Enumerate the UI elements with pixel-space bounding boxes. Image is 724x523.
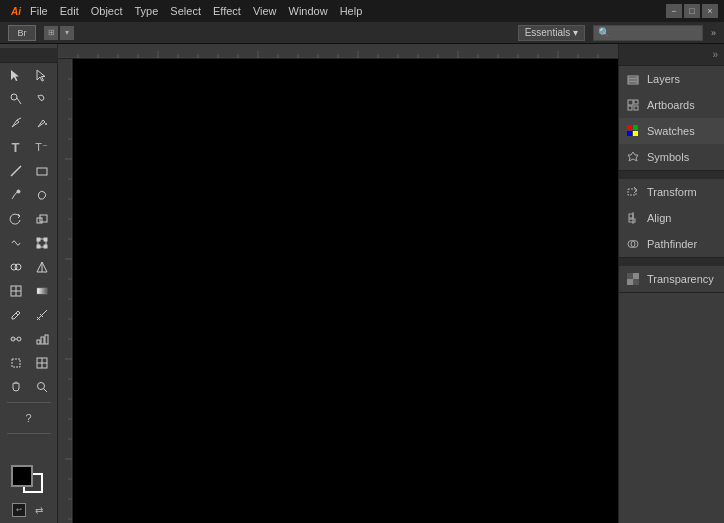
rectangle-tool[interactable] [29, 160, 55, 182]
transform-label: Transform [647, 186, 718, 198]
menu-window[interactable]: Window [289, 5, 328, 17]
svg-rect-98 [634, 100, 638, 104]
align-label: Align [647, 212, 718, 224]
svg-point-29 [11, 337, 15, 341]
tool-row-5 [1, 160, 57, 182]
symbols-icon [625, 149, 641, 165]
line-tool[interactable] [3, 160, 29, 182]
menu-effect[interactable]: Effect [213, 5, 241, 17]
panel-group-divider-2 [619, 258, 724, 266]
selection-tool[interactable] [3, 64, 29, 86]
help-tool[interactable]: ? [16, 407, 42, 429]
tool-row-14 [1, 376, 57, 398]
svg-rect-99 [628, 106, 632, 110]
svg-rect-35 [12, 359, 20, 367]
svg-line-2 [17, 98, 21, 104]
type-tool[interactable]: T [3, 136, 29, 158]
menu-type[interactable]: Type [135, 5, 159, 17]
paintbrush-tool[interactable] [3, 184, 29, 206]
br-button[interactable]: Br [8, 25, 36, 41]
title-bar: Ai File Edit Object Type Select Effect V… [0, 0, 724, 22]
tool-row-6 [1, 184, 57, 206]
menu-view[interactable]: View [253, 5, 277, 17]
minimize-button[interactable]: − [666, 4, 682, 18]
menu-file[interactable]: File [30, 5, 48, 17]
right-panel: » Layers Artboards [618, 44, 724, 523]
transparency-label: Transparency [647, 273, 718, 285]
svg-line-4 [17, 118, 21, 120]
perspective-grid-tool[interactable] [29, 256, 55, 278]
default-colors-icon[interactable]: ↩ [12, 503, 26, 517]
pathfinder-panel-header[interactable]: Pathfinder [619, 231, 724, 257]
column-graph-tool[interactable] [29, 328, 55, 350]
search-input[interactable]: 🔍 [593, 25, 703, 41]
color-swatches: ↩ ⇄ [6, 465, 52, 523]
pen-tool[interactable] [3, 112, 29, 134]
svg-rect-104 [633, 131, 638, 136]
svg-marker-105 [628, 152, 638, 161]
magic-wand-tool[interactable] [3, 88, 29, 110]
warp-tool[interactable] [3, 232, 29, 254]
direct-selection-tool[interactable] [29, 64, 55, 86]
svg-rect-14 [44, 238, 47, 241]
hand-tool[interactable] [3, 376, 29, 398]
layers-label: Layers [647, 73, 718, 85]
svg-rect-108 [629, 214, 633, 218]
add-anchor-tool[interactable] [29, 112, 55, 134]
artboard-tool[interactable] [3, 352, 29, 374]
swatches-panel-header[interactable]: Swatches [619, 118, 724, 144]
zoom-tool[interactable] [29, 376, 55, 398]
transparency-icon [625, 271, 641, 287]
symbols-label: Symbols [647, 151, 718, 163]
align-panel-header[interactable]: Align [619, 205, 724, 231]
tool-row-12 [1, 328, 57, 350]
title-bar-controls: − □ × [666, 4, 718, 18]
svg-rect-112 [627, 273, 633, 279]
tool-row-4: T T⁻ [1, 136, 57, 158]
menu-edit[interactable]: Edit [60, 5, 79, 17]
close-button[interactable]: × [702, 4, 718, 18]
artboards-icon [625, 97, 641, 113]
blob-brush-tool[interactable] [29, 184, 55, 206]
free-transform-tool[interactable] [29, 232, 55, 254]
panel-section-group1: Layers Artboards [619, 66, 724, 171]
menu-help[interactable]: Help [340, 5, 363, 17]
artboard-canvas[interactable] [73, 59, 618, 523]
collapse-panels-icon[interactable]: » [712, 49, 718, 60]
area-type-tool[interactable]: T⁻ [29, 136, 55, 158]
eyedropper-tool[interactable] [3, 304, 29, 326]
svg-rect-109 [629, 219, 635, 222]
fill-color-swatch[interactable] [11, 465, 33, 487]
svg-rect-95 [628, 79, 638, 81]
transform-panel-header[interactable]: Transform [619, 179, 724, 205]
menu-object[interactable]: Object [91, 5, 123, 17]
toolbar-ruler-corner [0, 48, 58, 63]
swap-colors-icon[interactable]: ⇄ [32, 503, 46, 517]
mesh-tool[interactable] [3, 280, 29, 302]
artboards-panel-header[interactable]: Artboards [619, 92, 724, 118]
svg-rect-97 [628, 100, 633, 105]
restore-button[interactable]: □ [684, 4, 700, 18]
essentials-dropdown[interactable]: Essentials ▾ [518, 25, 585, 41]
slice-tool[interactable] [29, 352, 55, 374]
title-bar-left: Ai File Edit Object Type Select Effect V… [6, 3, 362, 19]
blend-tool[interactable] [3, 328, 29, 350]
gradient-tool[interactable] [29, 280, 55, 302]
toolbar-divider-2 [7, 433, 51, 434]
symbols-panel-header[interactable]: Symbols [619, 144, 724, 170]
svg-rect-32 [37, 340, 40, 344]
measure-tool[interactable] [29, 304, 55, 326]
shape-builder-tool[interactable] [3, 256, 29, 278]
rotate-tool[interactable] [3, 208, 29, 230]
scale-tool[interactable] [29, 208, 55, 230]
transparency-panel-header[interactable]: Transparency [619, 266, 724, 292]
menu-bar: File Edit Object Type Select Effect View… [30, 5, 362, 17]
lasso-tool[interactable] [29, 88, 55, 110]
svg-point-30 [17, 337, 21, 341]
layers-icon [625, 71, 641, 87]
menu-select[interactable]: Select [170, 5, 201, 17]
layers-panel-header[interactable]: Layers [619, 66, 724, 92]
svg-rect-102 [633, 125, 638, 130]
align-icon [625, 210, 641, 226]
tool-row-2 [1, 88, 57, 110]
